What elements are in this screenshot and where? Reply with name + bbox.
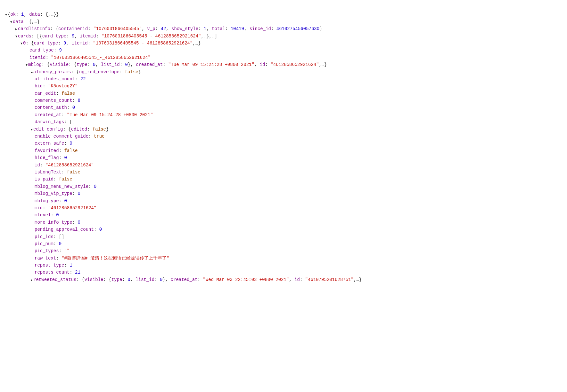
key-token: mblog xyxy=(28,62,42,67)
number-val-token: 0 xyxy=(93,62,95,67)
key-token: can_edit xyxy=(35,91,56,96)
punctuation-token: : [{ xyxy=(31,34,42,39)
json-line: alchemy_params: {ug_red_envelope: false} xyxy=(5,68,562,76)
json-line: mlevel: 0 xyxy=(5,212,562,219)
key-token: ok xyxy=(10,12,16,17)
punctuation-token: , xyxy=(66,41,71,46)
number-val-token: 0 xyxy=(70,141,72,146)
json-line: mblog: {visible: {type: 0, list_id: 0}, … xyxy=(5,61,562,68)
key-token: bid xyxy=(35,84,43,89)
string-val-token: "#微博辟谣# 澄清！这些谚语已经被误传了上千年了" xyxy=(62,256,169,261)
number-val-token: 1 xyxy=(70,263,72,268)
toggle-arrow[interactable] xyxy=(5,11,7,18)
key-token: isLongText xyxy=(35,170,62,175)
punctuation-token: }} xyxy=(53,12,59,17)
punctuation-token: , xyxy=(289,277,294,282)
number-val-token: 8 xyxy=(78,98,80,103)
key-token: card_type xyxy=(42,34,67,39)
string-val-token: "K5ovLcg2Y" xyxy=(48,84,78,89)
toggle-arrow[interactable] xyxy=(31,68,33,76)
key-token: retweeted_status xyxy=(33,277,76,282)
punctuation-token: : xyxy=(88,184,94,189)
key-token: pending_approval_count xyxy=(35,227,94,232)
key-token: mid xyxy=(35,205,43,211)
key-token: show_style xyxy=(171,26,198,31)
number-val-token: 0 xyxy=(72,105,75,110)
json-line: mid: "4612858652921624" xyxy=(5,204,562,212)
key-token: repost_type xyxy=(35,263,64,268)
number-val-token: 21 xyxy=(75,270,80,275)
key-token: containerid xyxy=(58,26,88,31)
string-val-token: "4612858652921624" xyxy=(48,205,96,211)
key-token: is_paid xyxy=(35,177,53,182)
punctuation-token: ,…} xyxy=(193,41,201,46)
string-val-token: "1076031866405545_-_4612858652921624" xyxy=(51,55,151,60)
json-line: can_edit: false xyxy=(5,90,562,97)
json-line: created_at: "Tue Mar 09 15:24:28 +0800 2… xyxy=(5,111,562,118)
key-token: favorited xyxy=(35,148,59,153)
punctuation-token: : xyxy=(271,26,276,31)
key-token: itemid xyxy=(80,34,96,39)
json-line: is_paid: false xyxy=(5,176,562,183)
key-token: created_at xyxy=(35,112,62,117)
toggle-arrow[interactable] xyxy=(15,25,17,32)
punctuation-token: : xyxy=(265,62,270,67)
key-token: mlevel xyxy=(35,212,51,218)
punctuation-token: , xyxy=(95,62,101,67)
json-line: pic_num: 0 xyxy=(5,240,562,247)
toggle-arrow[interactable] xyxy=(26,61,28,68)
punctuation-token: : xyxy=(16,12,21,17)
punctuation-token: : xyxy=(59,155,64,160)
punctuation-token: }, xyxy=(128,62,136,67)
number-val-token: 0 xyxy=(64,155,67,160)
punctuation-token: : xyxy=(120,62,125,67)
json-line: comments_count: 8 xyxy=(5,97,562,104)
toggle-arrow[interactable] xyxy=(10,18,12,25)
toggle-arrow[interactable] xyxy=(21,40,22,47)
punctuation-token: : xyxy=(56,91,62,96)
punctuation-token: : xyxy=(64,263,70,268)
punctuation-token: , xyxy=(254,62,260,67)
punctuation-token: : xyxy=(225,26,231,31)
toggle-arrow[interactable] xyxy=(31,126,33,133)
punctuation-token: : xyxy=(163,62,168,67)
punctuation-token: , xyxy=(206,26,212,31)
punctuation-token: } xyxy=(138,69,141,75)
key-token: type xyxy=(111,277,122,282)
punctuation-token: : xyxy=(75,76,80,82)
number-val-token: 0 xyxy=(78,220,80,225)
punctuation-token: : xyxy=(122,277,127,282)
punctuation-token: : xyxy=(54,48,59,53)
key-token: cardlistInfo xyxy=(18,26,50,31)
punctuation-token: : xyxy=(87,62,93,67)
toggle-arrow[interactable] xyxy=(31,276,33,283)
string-val-token: "1076031866405545_-_4612858652921624" xyxy=(93,41,193,46)
json-line: extern_safe: 0 xyxy=(5,140,562,147)
number-val-token: 22 xyxy=(80,76,86,82)
punctuation-token: : { xyxy=(69,62,77,67)
key-token: hide_flag xyxy=(35,155,59,160)
json-line: mblog_menu_new_style: 0 xyxy=(5,183,562,190)
punctuation-token: : { xyxy=(24,19,32,24)
number-val-token: 9 xyxy=(59,48,62,53)
key-token: visible xyxy=(50,62,69,67)
key-token: mblog_vip_type xyxy=(35,191,72,196)
punctuation-token: : { xyxy=(76,277,84,282)
key-token: list_id xyxy=(101,62,120,67)
number-val-token: 1 xyxy=(204,26,206,31)
key-token: total xyxy=(212,26,225,31)
bool-val-token: true xyxy=(94,134,105,139)
json-line: repost_type: 1 xyxy=(5,262,562,269)
key-token: edit_config xyxy=(33,127,63,132)
key-token: itemid xyxy=(29,55,45,60)
json-line: mblog_vip_type: 0 xyxy=(5,190,562,197)
punctuation-token: , xyxy=(24,12,29,17)
key-token: reposts_count xyxy=(35,270,70,275)
punctuation-token: : xyxy=(51,212,56,218)
summary-token: ,… xyxy=(48,12,53,17)
number-val-token: 0 xyxy=(125,62,128,67)
punctuation-token: : xyxy=(94,227,99,232)
toggle-arrow[interactable] xyxy=(15,33,17,40)
punctuation-token: : xyxy=(155,26,161,31)
punctuation-token: : xyxy=(66,34,72,39)
